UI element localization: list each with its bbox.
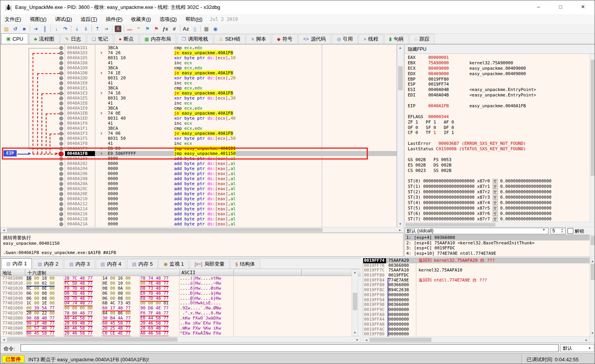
- menu-item-5[interactable]: 收藏夹(I): [127, 14, 155, 24]
- labels-icon[interactable]: ⚑: [143, 25, 152, 33]
- stepper-up-icon[interactable]: ▲: [561, 228, 563, 230]
- register-line[interactable]: EAX 00000001: [408, 55, 590, 60]
- trace-dot-icon[interactable]: [59, 61, 63, 65]
- register-line[interactable]: [408, 152, 590, 157]
- disasm-row[interactable]: 0040A1D13BCAcmp ecx,edx: [65, 45, 397, 50]
- trace-dot-icon[interactable]: [59, 187, 63, 191]
- register-line[interactable]: ECX 00409000 easy_unpackme.00409000: [408, 66, 590, 71]
- register-line[interactable]: EFLAGS 00000344: [408, 114, 590, 120]
- tab-内存 2[interactable]: ▤内存 2: [33, 259, 63, 269]
- calculator-icon[interactable]: ▦: [202, 25, 211, 33]
- stack-row[interactable]: 0019FF7475AAFA29返回到 kernel32.75AAFA29 自 …: [363, 258, 590, 263]
- tab-局部变量[interactable]: [x=]局部变量: [190, 259, 229, 269]
- stack-row[interactable]: 0019FFA800000000: [363, 322, 590, 327]
- tab-监视 1[interactable]: ◉监视 1: [159, 259, 189, 269]
- registers-vscroll-thumb[interactable]: [591, 60, 595, 176]
- stack-arg-row[interactable]: 4: [esp+10] 774E7A9E ntdll.774E7A9E: [405, 251, 590, 256]
- register-line[interactable]: EDI 0040A04B <easy_unpackme.EntryPoint>: [408, 93, 590, 98]
- trace-dot-icon[interactable]: [59, 66, 63, 70]
- disasm-row[interactable]: 0040A20E0000add byte ptr ds:[eax],al: [65, 191, 397, 196]
- register-line[interactable]: CF 0 TF 1 IF 1: [408, 130, 590, 136]
- disasm-row[interactable]: 0040A1DB∨74 1Eje easy_unpackme.40A1FB: [65, 70, 397, 76]
- disasm-row[interactable]: 0040A1ED8031 40xor byte ptr ds:[ecx],40: [65, 116, 397, 121]
- trace-dot-icon[interactable]: [59, 217, 63, 221]
- tab-内存 3[interactable]: ▤内存 3: [64, 259, 95, 269]
- calling-convention-select[interactable]: 默认 (stdcall): [405, 228, 548, 234]
- disasm-row[interactable]: 0040A1D3∨74 26je easy_unpackme.40A1FB: [65, 50, 397, 55]
- disassembly-panel[interactable]: 0040A1D13BCAcmp ecx,edx0040A1D3∨74 26je …: [0, 44, 404, 227]
- disasm-vscrollbar[interactable]: ▲ ▼: [397, 45, 404, 227]
- stack-panel[interactable]: 0019FF7475AAFA29返回到 kernel32.75AAFA29 自 …: [363, 258, 590, 337]
- disasm-row[interactable]: 0040A1E93BCAcmp ecx,edx: [65, 106, 397, 111]
- tab-跟踪[interactable]: ∴跟踪: [409, 34, 435, 44]
- register-line[interactable]: [408, 173, 590, 179]
- disasm-row[interactable]: 0040A1E841inc ecx: [65, 101, 397, 106]
- stack-arg-row[interactable]: 1: [esp+4] 00366000: [405, 235, 590, 240]
- disasm-row[interactable]: 0040A1D93BCAcmp ecx,edx: [65, 65, 397, 70]
- chevron-down-icon[interactable]: ▼: [542, 228, 545, 232]
- run-to-user-code-icon[interactable]: ➔: [102, 25, 111, 33]
- tab-内存布局[interactable]: ▦内存布局: [140, 34, 176, 44]
- step-into-icon[interactable]: ↓: [52, 25, 61, 33]
- disasm-row[interactable]: 0040A1F841inc ecx: [65, 141, 397, 146]
- run-icon[interactable]: ➔: [31, 25, 40, 33]
- skip-exceptions-icon[interactable]: S: [114, 25, 122, 33]
- register-line[interactable]: ST(7) 00000000000000000000 x87r7 空 0.000…: [408, 216, 590, 222]
- stack-row[interactable]: 0019FF9C00000000: [363, 307, 590, 312]
- disasm-row[interactable]: 0040A1E13BCAcmp ecx,edx: [65, 86, 397, 91]
- trace-dot-icon[interactable]: [59, 212, 63, 216]
- register-line[interactable]: ST(6) 00000000000000000000 x87r6 空 0.000…: [408, 211, 590, 216]
- menu-item-7[interactable]: 帮助(H): [181, 14, 207, 24]
- step-out-icon[interactable]: ⇡: [93, 25, 102, 33]
- trace-dot-icon[interactable]: [59, 51, 63, 55]
- trace-dot-icon[interactable]: [59, 172, 63, 176]
- stepper-down-icon[interactable]: ▼: [561, 231, 563, 233]
- trace-dot-icon[interactable]: [59, 177, 63, 181]
- dump-hscrollbar[interactable]: ◄ ►: [0, 336, 361, 342]
- stack-args-list[interactable]: 1: [esp+4] 003660002: [esp+8] 75AAFA10 <…: [404, 235, 590, 257]
- trace-dot-icon[interactable]: [59, 162, 63, 166]
- trace-dot-icon[interactable]: [59, 101, 63, 105]
- stop-icon[interactable]: ■: [20, 25, 29, 33]
- bookmarks-icon[interactable]: ⚑: [152, 25, 161, 33]
- stack-hscroll-thumb[interactable]: [369, 338, 431, 342]
- register-line[interactable]: EIP 0040A1FB easy_unpackme.0040A1FB: [408, 103, 590, 109]
- tab-CPU[interactable]: ▣CPU: [1, 33, 28, 44]
- trace-over-icon[interactable]: ⇓: [81, 25, 90, 33]
- disasm-row[interactable]: 0040A2100000add byte ptr ds:[eax],al: [65, 196, 397, 201]
- args-vscrollbar[interactable]: [590, 235, 595, 256]
- stack-row[interactable]: 0019FF9000000000: [363, 293, 590, 298]
- dump-hscroll-thumb[interactable]: [7, 337, 178, 342]
- tab-流程图[interactable]: ♣流程图: [29, 34, 59, 44]
- register-line[interactable]: [408, 98, 590, 103]
- restart-icon[interactable]: ↺: [11, 25, 20, 33]
- menu-item-4[interactable]: 插件(P): [102, 14, 127, 24]
- register-line[interactable]: EBP 0019FF80: [408, 77, 590, 82]
- disasm-row[interactable]: 0040A2080000add byte ptr ds:[eax],al: [65, 176, 397, 181]
- trace-dot-icon[interactable]: [59, 222, 63, 226]
- disasm-row[interactable]: 0040A1F13BCAcmp ecx,edx: [65, 126, 397, 131]
- disasm-row[interactable]: 0040A20A0000add byte ptr ds:[eax],al: [65, 181, 397, 186]
- register-line[interactable]: ZF 1 PF 1 AF 0: [408, 120, 590, 125]
- trace-dot-icon[interactable]: [59, 192, 63, 196]
- trace-dot-icon[interactable]: [59, 46, 63, 50]
- disasm-row[interactable]: 0040A1EB∨74 0Eje easy_unpackme.40A1FB: [65, 111, 397, 116]
- register-line[interactable]: CS 0023 SS 002B: [408, 168, 590, 173]
- disasm-hscroll-thumb[interactable]: [7, 228, 323, 232]
- patches-icon[interactable]: ▬: [125, 25, 134, 33]
- registers-hscrollbar[interactable]: [404, 222, 595, 227]
- trace-dot-icon[interactable]: [59, 71, 63, 75]
- disasm-hscrollbar[interactable]: ◄ ►: [0, 227, 404, 233]
- tab-内存 1[interactable]: ▤内存 1: [1, 258, 32, 269]
- tab-符号[interactable]: ◆符号: [272, 34, 297, 44]
- menu-item-0[interactable]: 文件(F): [0, 14, 26, 24]
- menu-item-6[interactable]: 选项(O): [155, 14, 181, 24]
- register-line[interactable]: EBX 75A90000 kernel32.75A90000: [408, 60, 590, 66]
- trace-dot-icon[interactable]: [59, 112, 63, 115]
- menu-item-1[interactable]: 视图(V): [26, 14, 51, 24]
- stack-row[interactable]: 0019FF8CB94C2638: [363, 288, 590, 293]
- disasm-row[interactable]: 0040A1E041inc ecx: [65, 81, 397, 86]
- disasm-row[interactable]: 0040A1F041inc ecx: [65, 121, 397, 126]
- tab-线程[interactable]: »线程: [359, 34, 383, 44]
- register-line[interactable]: EDX 00409000 easy_unpackme.00409000: [408, 71, 590, 77]
